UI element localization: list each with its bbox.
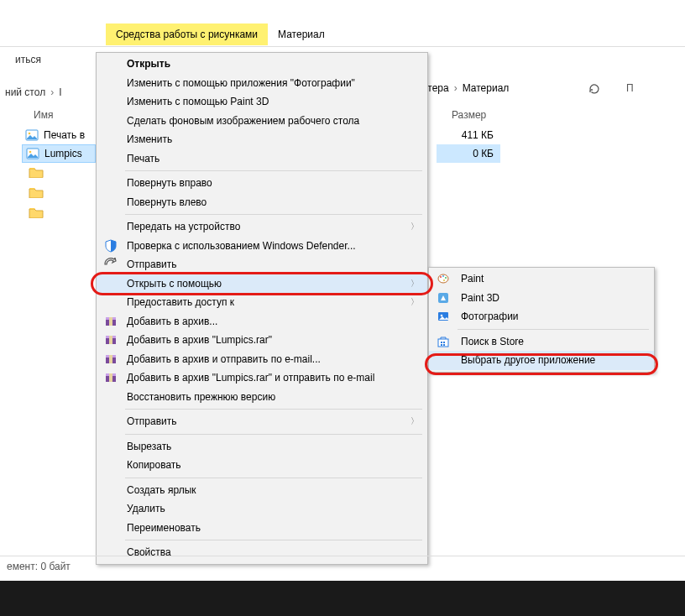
ctx-open[interactable]: Открыть — [97, 55, 427, 74]
size-list: 411 КБ 0 КБ — [437, 126, 500, 163]
file-row-selected[interactable]: Lumpics — [22, 144, 96, 163]
ctx-rotate-right[interactable]: Повернуть вправо — [97, 174, 427, 193]
ctx-edit-paint3d[interactable]: Изменить с помощью Paint 3D — [97, 92, 427, 112]
ctx-print[interactable]: Печать — [97, 149, 427, 169]
photos-icon — [436, 309, 451, 324]
file-list: Печать в Lumpics — [22, 126, 96, 163]
ctx-shortcut[interactable]: Создать ярлык — [97, 481, 427, 500]
ctx-open-with[interactable]: Открыть с помощью〉 — [97, 274, 427, 294]
ctx-add-lumpics-mail[interactable]: Добавить в архив "Lumpics.rar" и отправи… — [97, 368, 427, 388]
image-file-icon — [26, 147, 39, 160]
context-menu: Открыть Изменить с помощью приложения "Ф… — [96, 52, 428, 565]
ctx-separator — [125, 478, 422, 478]
ctx-separator — [125, 434, 422, 435]
submenu-arrow-icon: 〉 — [410, 278, 419, 290]
size-value: 411 КБ — [437, 126, 500, 144]
refresh-icon[interactable] — [588, 82, 601, 96]
ctx-cast[interactable]: Передать на устройство〉 — [97, 217, 427, 237]
ctx-separator — [125, 170, 422, 171]
ctx-edit[interactable]: Изменить — [97, 130, 427, 149]
winrar-icon — [103, 332, 118, 347]
paint3d-icon — [436, 290, 451, 305]
ribbon-fragment: иться — [15, 54, 41, 65]
ctx-give-access[interactable]: Предоставить доступ к〉 — [97, 293, 427, 312]
breadcrumb-part[interactable]: ний стол — [5, 86, 45, 98]
ctx-copy[interactable]: Копировать — [97, 456, 427, 475]
paint-icon — [436, 271, 451, 286]
submenu-photos[interactable]: Фотографии — [429, 307, 654, 326]
ctx-separator — [125, 409, 422, 410]
breadcrumb-sep — [45, 86, 59, 98]
image-file-icon — [25, 128, 39, 142]
svg-rect-26 — [443, 342, 445, 343]
breadcrumb-left[interactable]: ний стол I — [5, 82, 61, 102]
breadcrumb-right[interactable]: интера Материал — [416, 82, 509, 94]
column-header-name[interactable]: Имя — [34, 109, 53, 121]
submenu-arrow-icon: 〉 — [410, 296, 419, 308]
shield-icon — [103, 238, 118, 253]
file-label: Печать в — [44, 129, 85, 141]
search-fragment[interactable]: П — [626, 82, 634, 94]
submenu-arrow-icon: 〉 — [410, 221, 419, 232]
winrar-icon — [103, 314, 118, 329]
svg-rect-27 — [441, 344, 442, 346]
ctx-send-to[interactable]: Отправить〉 — [97, 412, 427, 431]
ctx-prev-versions[interactable]: Восстановить прежнюю версию — [97, 388, 427, 407]
taskbar-edge — [0, 581, 685, 616]
ctx-separator — [125, 214, 422, 215]
ribbon-tab-picture-tools[interactable]: Средства работы с рисунками — [106, 23, 268, 45]
folder-icon[interactable] — [29, 186, 44, 198]
svg-rect-6 — [109, 317, 112, 326]
svg-point-18 — [442, 275, 444, 277]
file-label: Lumpics — [44, 148, 82, 159]
folder-icons — [29, 166, 44, 218]
ctx-rotate-left[interactable]: Повернуть влево — [97, 193, 427, 212]
ctx-separator — [458, 329, 649, 330]
svg-point-3 — [29, 151, 32, 154]
ctx-add-archive[interactable]: Добавить в архив... — [97, 312, 427, 331]
breadcrumb-sep — [449, 82, 463, 94]
size-value: 0 КБ — [437, 144, 500, 163]
file-row[interactable]: Печать в — [22, 126, 96, 144]
ctx-rename[interactable]: Переименовать — [97, 519, 427, 538]
ctx-defender[interactable]: Проверка с использованием Windows Defend… — [97, 237, 427, 256]
breadcrumb-part[interactable]: Материал — [463, 82, 510, 94]
svg-point-1 — [29, 133, 31, 135]
svg-point-17 — [440, 276, 442, 278]
ctx-delete[interactable]: Удалить — [97, 499, 427, 519]
submenu-arrow-icon: 〉 — [410, 415, 419, 427]
status-text: емент: 0 байт — [7, 561, 71, 572]
svg-rect-15 — [109, 373, 112, 382]
submenu-paint[interactable]: Paint — [429, 269, 654, 289]
svg-point-23 — [441, 315, 443, 317]
folder-icon[interactable] — [29, 206, 44, 218]
open-with-submenu: Paint Paint 3D Фотографии Поиск в Store … — [428, 267, 655, 373]
ctx-add-lumpics[interactable]: Добавить в архив "Lumpics.rar" — [97, 331, 427, 350]
ctx-add-mail[interactable]: Добавить в архив и отправить по e-mail..… — [97, 350, 427, 369]
store-icon — [436, 334, 451, 349]
svg-rect-12 — [109, 355, 112, 363]
ribbon-tabs: Средства работы с рисунками Материал — [0, 22, 685, 47]
submenu-store[interactable]: Поиск в Store — [429, 332, 654, 352]
column-header-size[interactable]: Размер — [452, 109, 486, 121]
winrar-icon — [103, 352, 118, 367]
svg-rect-9 — [109, 336, 112, 344]
status-bar: емент: 0 байт — [0, 556, 685, 576]
ctx-share[interactable]: Отправить — [97, 255, 427, 274]
submenu-paint3d[interactable]: Paint 3D — [429, 289, 654, 308]
share-icon — [103, 257, 118, 272]
svg-point-20 — [443, 279, 445, 281]
svg-point-19 — [445, 277, 447, 279]
ribbon-tab-material[interactable]: Материал — [268, 23, 335, 45]
ctx-set-wallpaper[interactable]: Сделать фоновым изображением рабочего ст… — [97, 112, 427, 131]
ctx-separator — [125, 540, 422, 540]
ctx-cut[interactable]: Вырезать — [97, 437, 427, 457]
submenu-choose-another[interactable]: Выбрать другое приложение — [429, 351, 654, 370]
svg-rect-25 — [441, 342, 442, 343]
folder-icon[interactable] — [29, 166, 44, 178]
winrar-icon — [103, 370, 118, 385]
breadcrumb-part[interactable]: I — [59, 86, 61, 98]
ctx-edit-photos[interactable]: Изменить с помощью приложения "Фотографи… — [97, 74, 427, 93]
svg-rect-28 — [443, 344, 445, 346]
